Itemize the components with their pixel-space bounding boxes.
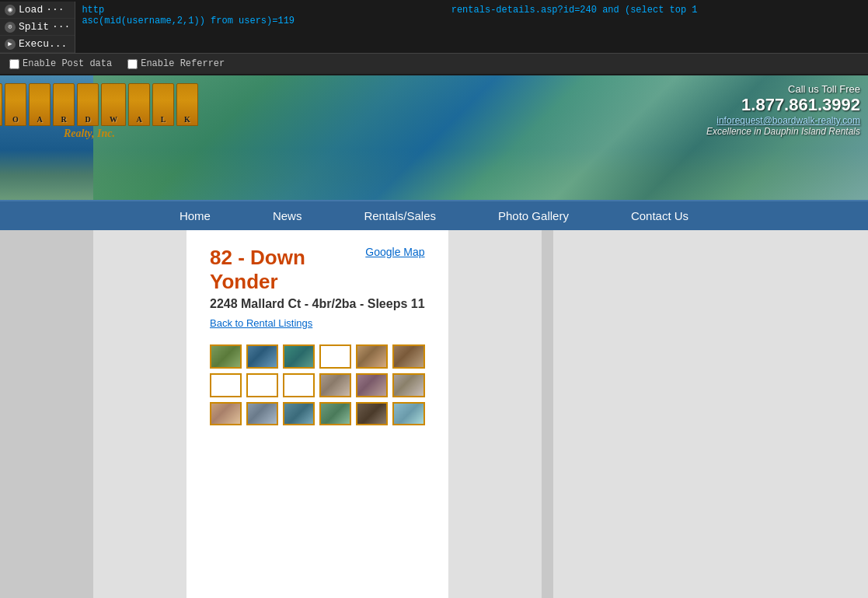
email-link[interactable]: inforequest@boardwalk-realty.com (706, 115, 860, 126)
load-button[interactable]: ◉ Load ··· (0, 2, 75, 19)
plank-r: R (53, 83, 75, 126)
toolbar-checkboxes: Enable Post data Enable Referrer (0, 53, 868, 74)
logo-container: B O A R D W A L K Realty, Inc. (12, 83, 167, 140)
split-label: Split (19, 21, 49, 33)
nav-home[interactable]: Home (148, 201, 242, 230)
website-container: B O A R D W A L K Realty, Inc. Call us T… (0, 75, 868, 598)
toolbar-buttons: ◉ Load ··· ⊙ Split ··· ▶ Execu... (0, 2, 75, 53)
site-header: B O A R D W A L K Realty, Inc. Call us T… (0, 75, 868, 200)
right-sidebar (542, 230, 553, 598)
nav-gallery[interactable]: Photo Gallery (467, 201, 600, 230)
execute-icon: ▶ (5, 39, 16, 50)
site-navigation: Home News Rentals/Sales Photo Gallery Co… (0, 200, 868, 230)
referrer-label: Enable Referrer (141, 58, 225, 69)
logo-planks: B O A R D W A L K (0, 83, 198, 126)
url-http: http (82, 5, 104, 16)
url-line-2: asc(mid(username,2,1)) from users)=119 (82, 16, 862, 26)
photo-thumb-4[interactable] (319, 344, 351, 369)
photo-thumb-13[interactable] (210, 402, 242, 426)
execute-button[interactable]: ▶ Execu... (0, 36, 75, 53)
photo-thumb-5[interactable] (356, 344, 388, 369)
load-label: Load (19, 4, 43, 16)
photo-thumb-1[interactable] (210, 344, 242, 369)
plank-b: B (0, 83, 2, 126)
google-map-link[interactable]: Google Map (365, 246, 424, 258)
split-button[interactable]: ⊙ Split ··· (0, 19, 75, 36)
nav-news[interactable]: News (242, 201, 333, 230)
photo-thumb-3[interactable] (283, 344, 315, 369)
photo-thumb-9[interactable] (283, 373, 315, 397)
plank-a2: A (128, 83, 150, 126)
photo-thumb-16[interactable] (319, 402, 351, 426)
content-area: Google Map 82 - Down Yonder 2248 Mallard… (186, 230, 448, 598)
left-sidebar (0, 230, 93, 598)
tagline: Excellence in Dauphin Island Rentals (706, 126, 860, 137)
property-header: Google Map 82 - Down Yonder 2248 Mallard… (210, 246, 425, 341)
photo-thumb-17[interactable] (356, 402, 388, 426)
toolbar-main-row: ◉ Load ··· ⊙ Split ··· ▶ Execu... http (0, 2, 868, 53)
photo-thumb-6[interactable] (392, 344, 424, 369)
post-data-label: Enable Post data (23, 58, 112, 69)
logo-box: B O A R D W A L K Realty, Inc. (12, 83, 167, 140)
execute-label: Execu... (19, 38, 67, 50)
phone-number: 1.877.861.3992 (706, 95, 860, 115)
photo-thumb-8[interactable] (246, 373, 278, 397)
load-ellipsis: ··· (46, 4, 64, 16)
plank-w: W (101, 83, 126, 126)
photo-gallery-grid (210, 344, 425, 425)
load-icon: ◉ (5, 5, 16, 16)
photo-thumb-10[interactable] (319, 373, 351, 397)
plank-a: A (29, 83, 51, 126)
back-to-listings-link[interactable]: Back to Rental Listings (210, 317, 312, 329)
split-ellipsis: ··· (52, 21, 70, 33)
photo-thumb-14[interactable] (246, 402, 278, 426)
property-address: 2248 Mallard Ct - 4br/2ba - Sleeps 11 (210, 297, 425, 311)
photo-thumb-15[interactable] (283, 402, 315, 426)
photo-thumb-12[interactable] (392, 373, 424, 397)
photo-thumb-7[interactable] (210, 373, 242, 397)
plank-o: O (5, 83, 26, 126)
nav-rentals[interactable]: Rentals/Sales (333, 201, 467, 230)
url-area: http rentals-details.asp?id=240 and (sel… (75, 2, 868, 30)
plank-d: D (77, 83, 99, 126)
plank-l: L (152, 83, 174, 126)
logo-realty-text: Realty, Inc. (64, 128, 115, 140)
photo-thumb-18[interactable] (392, 402, 424, 426)
call-toll-free-label: Call us Toll Free (706, 83, 860, 95)
referrer-checkbox[interactable] (127, 59, 138, 69)
main-layout: Google Map 82 - Down Yonder 2248 Mallard… (0, 230, 868, 598)
url-injection: rentals-details.asp?id=240 and (select t… (451, 5, 698, 16)
url-line-1: http rentals-details.asp?id=240 and (sel… (82, 5, 862, 16)
post-data-checkbox[interactable] (9, 59, 19, 69)
referrer-checkbox-label[interactable]: Enable Referrer (127, 58, 225, 69)
photo-thumb-2[interactable] (246, 344, 278, 369)
split-icon: ⊙ (5, 22, 16, 33)
header-contact-info: Call us Toll Free 1.877.861.3992 inforeq… (706, 83, 860, 137)
toolbar: ◉ Load ··· ⊙ Split ··· ▶ Execu... http (0, 0, 868, 75)
post-data-checkbox-label[interactable]: Enable Post data (9, 58, 112, 69)
nav-contact[interactable]: Contact Us (600, 201, 720, 230)
plank-k: K (176, 83, 198, 126)
photo-thumb-11[interactable] (356, 373, 388, 397)
